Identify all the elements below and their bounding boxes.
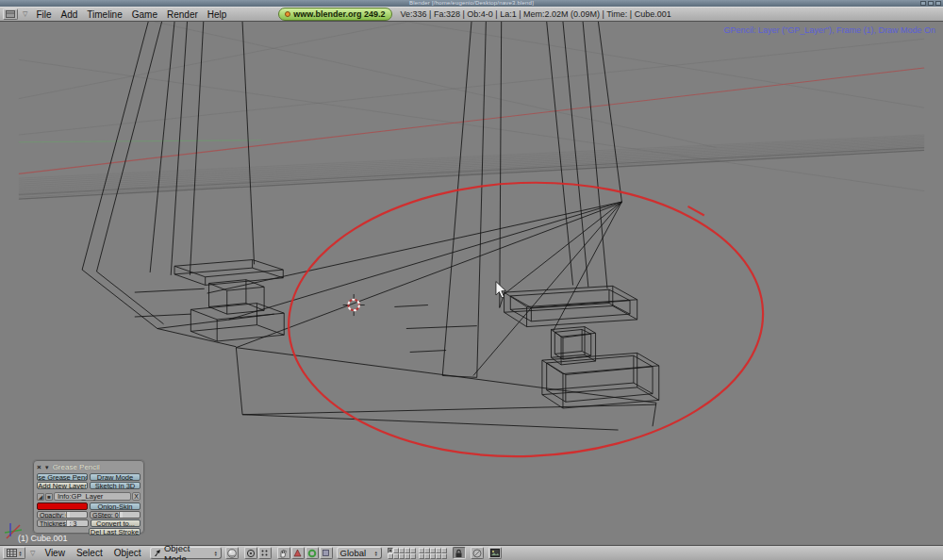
hand-icon bbox=[279, 549, 289, 558]
draw-mode-button[interactable]: Draw Mode bbox=[90, 473, 141, 481]
pivot-point-dropdown[interactable] bbox=[244, 547, 257, 559]
header-collapse-icon[interactable]: ▽ bbox=[23, 10, 27, 18]
wireframe-line bbox=[477, 22, 487, 377]
maximize-button[interactable] bbox=[928, 1, 934, 6]
wireframe-line bbox=[157, 329, 237, 347]
menu-file[interactable]: File bbox=[31, 9, 56, 20]
lock-layers-button[interactable] bbox=[453, 547, 466, 559]
wireframe-line bbox=[653, 403, 656, 426]
mode-dropdown-arrows-icon: ▲▼ bbox=[214, 551, 218, 556]
layer-visibility-icon[interactable]: ■ bbox=[45, 493, 53, 501]
add-new-layer-button[interactable]: Add New Layer bbox=[37, 482, 88, 489]
orientation-dropdown-label: Global bbox=[340, 548, 366, 558]
grease-pencil-panel[interactable]: × ▼ Grease Pencil Use Grease Pencil Draw… bbox=[33, 460, 144, 534]
viewport-shading-button[interactable] bbox=[225, 547, 239, 559]
wireframe-line bbox=[553, 202, 621, 331]
footer-collapse-icon[interactable]: ▽ bbox=[30, 550, 35, 557]
rotate-icon bbox=[307, 549, 317, 558]
menu-add[interactable]: Add bbox=[57, 9, 83, 20]
wireframe-line bbox=[135, 288, 205, 292]
orientation-arrows-icon: ▲▼ bbox=[374, 551, 378, 556]
opacity-slider[interactable]: Opacity: 0 bbox=[37, 511, 88, 519]
scale-icon bbox=[322, 549, 330, 557]
wireframe-line bbox=[394, 305, 428, 307]
window-title-bar: Blender [/home/eugenio/Desktop/nave3.ble… bbox=[0, 0, 943, 7]
wireframe-line bbox=[242, 415, 618, 430]
menu-game[interactable]: Game bbox=[127, 9, 162, 20]
3d-viewport[interactable]: GPencil: Layer ("GP_Layer"), Frame (1), … bbox=[0, 22, 943, 545]
grid-icon bbox=[7, 549, 17, 557]
menu-view[interactable]: View bbox=[39, 548, 71, 558]
stroke-color-swatch[interactable] bbox=[37, 502, 88, 510]
editor-type-arrows-icon: ▲▼ bbox=[19, 551, 23, 556]
sphere-icon bbox=[472, 549, 482, 558]
wireframe-line bbox=[229, 202, 622, 320]
wireframe-line bbox=[96, 22, 161, 272]
grid-band-line bbox=[19, 146, 924, 194]
grid-band-line bbox=[19, 140, 924, 186]
wireframe-line bbox=[236, 203, 621, 348]
wireframe-box bbox=[209, 280, 265, 314]
menu-help[interactable]: Help bbox=[203, 9, 232, 20]
window-type-button[interactable] bbox=[3, 8, 18, 20]
layer-cell-1[interactable] bbox=[388, 548, 393, 553]
wireframe-line bbox=[410, 351, 446, 353]
panel-collapse-icon[interactable]: ▼ bbox=[44, 465, 50, 470]
thickness-slider[interactable]: Thickness: 3 bbox=[37, 519, 89, 527]
object-mode-icon bbox=[154, 549, 161, 557]
layer-cell-10[interactable] bbox=[410, 553, 416, 559]
use-grease-pencil-button[interactable]: Use Grease Pencil bbox=[37, 473, 88, 481]
wireframe-line bbox=[242, 404, 656, 415]
wireframe-box bbox=[510, 289, 630, 321]
layer-name-field[interactable]: Info:GP_Layer bbox=[54, 492, 131, 501]
del-last-stroke-button[interactable]: Del Last Stroke bbox=[89, 528, 141, 535]
minimize-button[interactable] bbox=[920, 1, 926, 6]
layer-lock-icon[interactable]: ◢ bbox=[37, 493, 44, 501]
panel-close-icon[interactable]: × bbox=[37, 464, 41, 471]
grid-band-line bbox=[19, 139, 924, 184]
menu-timeline[interactable]: Timeline bbox=[82, 9, 126, 20]
delete-layer-button[interactable]: X bbox=[132, 492, 141, 501]
grease-pencil-panel-header: × ▼ Grease Pencil bbox=[37, 463, 141, 471]
centers-dots-icon bbox=[260, 549, 269, 557]
convert-to-button[interactable]: Convert to... bbox=[91, 519, 141, 527]
onion-skin-button[interactable]: Onion-Skin bbox=[90, 502, 141, 510]
orientation-dropdown[interactable]: Global ▲▼ bbox=[337, 547, 382, 559]
menu-object[interactable]: Object bbox=[108, 548, 147, 558]
window-title: Blender [/home/eugenio/Desktop/nave3.ble… bbox=[409, 0, 534, 7]
close-button[interactable] bbox=[935, 1, 941, 6]
pivot-icon bbox=[246, 549, 256, 558]
wireframe-line bbox=[505, 202, 622, 294]
y-axis-line bbox=[19, 140, 261, 142]
mode-dropdown[interactable]: Object Mode ▲▼ bbox=[150, 547, 222, 559]
panel-title: Grease Pencil bbox=[53, 463, 100, 471]
menu-select[interactable]: Select bbox=[71, 548, 108, 558]
editor-type-button[interactable]: ▲▼ bbox=[3, 547, 25, 559]
scale-manipulator-button[interactable] bbox=[320, 547, 333, 559]
manipulator-toggle-button[interactable] bbox=[277, 547, 290, 559]
blender-logo-icon bbox=[285, 11, 290, 17]
window-type-icon bbox=[6, 10, 15, 18]
grid-band-line bbox=[19, 144, 924, 191]
layer-buttons bbox=[388, 548, 447, 559]
shading-sphere-icon bbox=[227, 549, 237, 558]
layer-cell-20[interactable] bbox=[441, 553, 447, 559]
grease-pencil-stroke bbox=[284, 174, 768, 464]
gstep-slider[interactable]: GStep: 0 bbox=[90, 511, 141, 519]
render-preview-button[interactable] bbox=[488, 547, 502, 559]
wireframe-line bbox=[82, 22, 148, 270]
wireframe-line bbox=[242, 22, 254, 264]
grid-band-line bbox=[19, 138, 924, 182]
proportional-sphere-button[interactable] bbox=[471, 547, 484, 559]
sketch-in-3d-button[interactable]: Sketch in 3D bbox=[90, 482, 141, 489]
menu-render[interactable]: Render bbox=[162, 9, 203, 20]
wireframe-line bbox=[236, 348, 242, 415]
move-centers-button[interactable] bbox=[258, 547, 272, 559]
translate-manipulator-button[interactable] bbox=[291, 547, 305, 559]
version-badge[interactable]: www.blender.org 249.2 bbox=[278, 8, 391, 21]
wireframe-line bbox=[442, 22, 472, 375]
wireframe-box bbox=[542, 353, 659, 408]
rotate-manipulator-button[interactable] bbox=[306, 547, 319, 559]
wireframe-line bbox=[171, 22, 187, 275]
gpencil-status-text: GPencil: Layer ("GP_Layer"), Frame (1), … bbox=[724, 25, 935, 35]
